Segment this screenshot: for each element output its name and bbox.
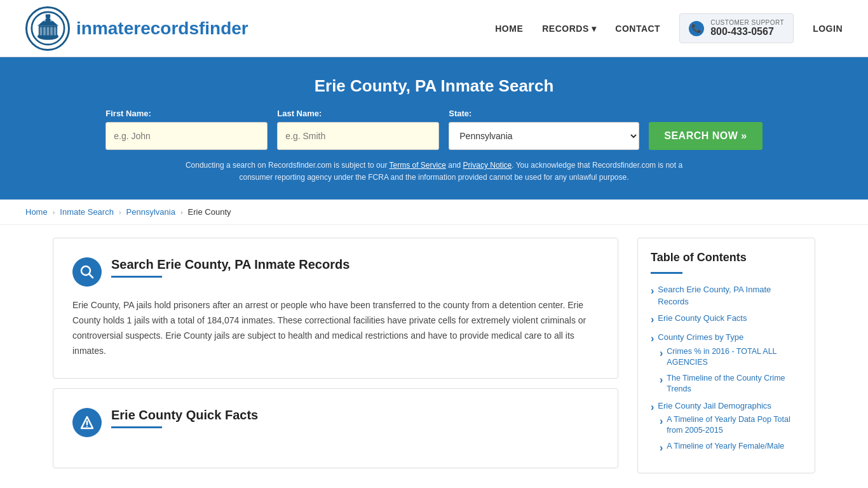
- breadcrumb-inmate-search[interactable]: Inmate Search: [60, 207, 114, 217]
- search-section-body: Erie County, PA jails hold prisoners aft…: [72, 298, 599, 358]
- search-section-title-wrap: Search Erie County, PA Inmate Records: [111, 257, 599, 278]
- quick-facts-header: Erie County Quick Facts: [72, 408, 599, 437]
- logo-area: inmaterecordsfinder: [25, 6, 248, 51]
- search-section-header: Search Erie County, PA Inmate Records: [72, 257, 599, 287]
- content-right: Table of Contents Search Erie County, PA…: [637, 238, 815, 477]
- logo-icon: [25, 6, 70, 51]
- hero-section: Erie County, PA Inmate Search First Name…: [0, 57, 868, 200]
- quick-facts-title: Erie County Quick Facts: [111, 408, 599, 423]
- state-group: State: Pennsylvania: [449, 109, 639, 150]
- toc-sub-item-4: A Timeline of Yearly Female/Male: [660, 441, 802, 455]
- site-header: inmaterecordsfinder HOME RECORDS ▾ CONTA…: [0, 0, 868, 57]
- quick-facts-icon: [72, 408, 102, 437]
- last-name-label: Last Name:: [277, 109, 439, 118]
- breadcrumb-home[interactable]: Home: [25, 207, 48, 217]
- privacy-link[interactable]: Privacy Notice: [463, 161, 512, 170]
- chevron-sub-icon-1: [660, 346, 663, 360]
- toc-list: Search Erie County, PA Inmate Records Er…: [651, 284, 802, 455]
- breadcrumb-current: Erie County: [188, 207, 231, 217]
- nav-contact[interactable]: CONTACT: [615, 24, 660, 34]
- toc-sub-link-2[interactable]: The Timeline of the County Crime Trends: [660, 373, 802, 395]
- svg-rect-4: [43, 27, 46, 36]
- svg-rect-5: [46, 27, 49, 36]
- breadcrumb-sep-1: ›: [53, 208, 55, 216]
- nav-home[interactable]: HOME: [495, 24, 523, 34]
- hero-disclaimer: Conducting a search on Recordsfinder.com…: [180, 159, 688, 184]
- svg-line-13: [89, 274, 93, 278]
- toc-sub-link-3[interactable]: A Timeline of Yearly Data Pop Total from…: [660, 414, 802, 437]
- search-button[interactable]: SEARCH NOW »: [649, 122, 762, 150]
- logo-text: inmaterecordsfinder: [76, 18, 248, 39]
- toc-sub-item-1: Crimes % in 2016 - TOTAL ALL AGENCIES: [660, 346, 802, 369]
- svg-rect-7: [53, 27, 56, 36]
- svg-rect-11: [50, 19, 53, 22]
- toc-sub-link-1[interactable]: Crimes % in 2016 - TOTAL ALL AGENCIES: [660, 346, 802, 369]
- phone-icon: 📞: [689, 21, 704, 36]
- first-name-input[interactable]: [105, 122, 268, 150]
- chevron-sub-icon-3: [660, 414, 663, 428]
- chevron-icon-4: [651, 400, 654, 414]
- chevron-icon-3: [651, 332, 654, 346]
- hero-title: Erie County, PA Inmate Search: [25, 76, 843, 96]
- support-phone: 800-433-0567: [710, 26, 784, 37]
- main-nav: HOME RECORDS ▾ CONTACT 📞 CUSTOMER SUPPOR…: [495, 13, 843, 43]
- search-section-card: Search Erie County, PA Inmate Records Er…: [53, 238, 618, 378]
- svg-rect-9: [45, 15, 50, 18]
- main-container: Search Erie County, PA Inmate Records Er…: [27, 225, 841, 488]
- first-name-group: First Name:: [105, 109, 268, 150]
- toc-divider: [651, 272, 682, 274]
- quick-facts-card: Erie County Quick Facts: [53, 388, 618, 468]
- support-label: CUSTOMER SUPPORT: [710, 19, 784, 26]
- toc-item-4: Erie County Jail Demographics A Timeline…: [651, 400, 802, 456]
- toc-link-2[interactable]: Erie County Quick Facts: [651, 313, 802, 327]
- svg-rect-10: [43, 19, 46, 22]
- quick-facts-title-wrap: Erie County Quick Facts: [111, 408, 599, 428]
- toc-sub-link-4[interactable]: A Timeline of Yearly Female/Male: [660, 441, 802, 455]
- state-label: State:: [449, 109, 639, 118]
- toc-sublist-2: A Timeline of Yearly Data Pop Total from…: [651, 414, 802, 455]
- last-name-group: Last Name:: [277, 109, 439, 150]
- customer-support-box: 📞 CUSTOMER SUPPORT 800-433-0567: [679, 13, 794, 43]
- support-info: CUSTOMER SUPPORT 800-433-0567: [710, 19, 784, 37]
- chevron-sub-icon-2: [660, 373, 663, 387]
- svg-point-16: [86, 426, 88, 427]
- chevron-sub-icon-4: [660, 441, 663, 455]
- search-section-title: Search Erie County, PA Inmate Records: [111, 257, 599, 272]
- terms-link[interactable]: Terms of Service: [390, 161, 446, 170]
- svg-rect-6: [50, 27, 53, 36]
- toc-link-4[interactable]: Erie County Jail Demographics: [651, 400, 802, 414]
- toc-sub-item-3: A Timeline of Yearly Data Pop Total from…: [660, 414, 802, 437]
- chevron-icon-1: [651, 284, 654, 298]
- breadcrumb: Home › Inmate Search › Pennsylvania › Er…: [0, 200, 868, 225]
- toc-box: Table of Contents Search Erie County, PA…: [637, 238, 815, 473]
- breadcrumb-sep-3: ›: [180, 208, 183, 216]
- first-name-label: First Name:: [105, 109, 268, 118]
- svg-rect-3: [39, 27, 42, 36]
- content-left: Search Erie County, PA Inmate Records Er…: [53, 238, 618, 477]
- search-form: First Name: Last Name: State: Pennsylvan…: [25, 109, 843, 150]
- toc-item-3: County Crimes by Type Crimes % in 2016 -…: [651, 332, 802, 395]
- search-section-icon: [72, 257, 102, 287]
- breadcrumb-pennsylvania[interactable]: Pennsylvania: [126, 207, 175, 217]
- quick-facts-underline: [111, 426, 162, 428]
- nav-records[interactable]: RECORDS ▾: [542, 24, 596, 34]
- toc-sublist-1: Crimes % in 2016 - TOTAL ALL AGENCIES Th…: [651, 346, 802, 395]
- chevron-down-icon: ▾: [592, 24, 597, 34]
- toc-item-1: Search Erie County, PA Inmate Records: [651, 284, 802, 307]
- toc-link-1[interactable]: Search Erie County, PA Inmate Records: [651, 284, 802, 307]
- nav-login[interactable]: LOGIN: [813, 24, 843, 34]
- search-section-underline: [111, 276, 162, 278]
- toc-sub-item-2: The Timeline of the County Crime Trends: [660, 373, 802, 395]
- toc-title: Table of Contents: [651, 251, 802, 264]
- chevron-icon-2: [651, 313, 654, 327]
- breadcrumb-sep-2: ›: [119, 208, 121, 216]
- toc-link-3[interactable]: County Crimes by Type: [651, 332, 802, 346]
- last-name-input[interactable]: [277, 122, 439, 150]
- state-select[interactable]: Pennsylvania: [449, 122, 639, 150]
- toc-item-2: Erie County Quick Facts: [651, 313, 802, 327]
